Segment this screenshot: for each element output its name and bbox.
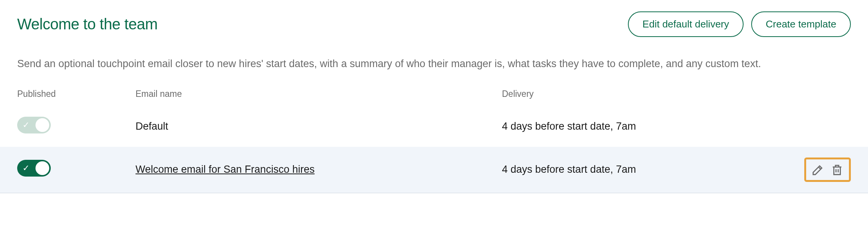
table-header: Published Email name Delivery: [17, 89, 851, 106]
published-toggle[interactable]: ✓: [17, 160, 51, 177]
create-template-button[interactable]: Create template: [751, 11, 851, 37]
pencil-icon[interactable]: [812, 163, 824, 176]
published-toggle[interactable]: ✓: [17, 117, 51, 133]
table-row: ✓ Welcome email for San Francisco hires …: [0, 147, 868, 193]
check-icon: ✓: [23, 163, 29, 173]
trash-icon[interactable]: [831, 163, 844, 176]
delivery-cell: 4 days before start date, 7am: [502, 164, 790, 175]
page-description: Send an optional touchpoint email closer…: [17, 56, 851, 72]
page-header: Welcome to the team Edit default deliver…: [17, 11, 851, 37]
toggle-knob: [35, 118, 49, 132]
published-cell: ✓: [17, 117, 136, 136]
column-header-published: Published: [17, 89, 136, 99]
delivery-cell: 4 days before start date, 7am: [502, 121, 790, 132]
check-icon: ✓: [23, 120, 29, 130]
header-actions: Edit default delivery Create template: [628, 11, 851, 37]
table-row: ✓ Default 4 days before start date, 7am: [17, 106, 851, 147]
column-header-delivery: Delivery: [502, 89, 851, 99]
published-cell: ✓: [17, 160, 136, 179]
email-name-cell: Welcome email for San Francisco hires: [136, 164, 502, 175]
page-title: Welcome to the team: [17, 16, 158, 33]
email-name-link[interactable]: Welcome email for San Francisco hires: [136, 164, 315, 175]
row-actions-highlight: [804, 158, 851, 182]
email-name-cell: Default: [136, 121, 502, 132]
edit-default-delivery-button[interactable]: Edit default delivery: [628, 11, 744, 37]
toggle-knob: [35, 161, 49, 175]
actions-cell: [790, 158, 851, 182]
column-header-email-name: Email name: [136, 89, 502, 99]
